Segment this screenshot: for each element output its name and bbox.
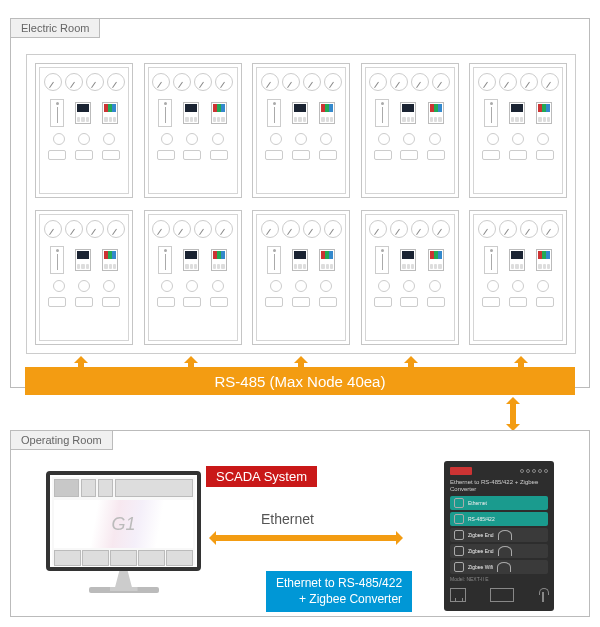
port-icon (454, 562, 464, 572)
converter-label: Ethernet to RS-485/422 + Zigbee Converte… (266, 571, 412, 612)
electrical-panel (35, 63, 133, 198)
electrical-panel (252, 63, 350, 198)
foot-icon (75, 150, 93, 160)
converter-device-title: Ethernet to RS-485/422 + Zigbee Converte… (450, 479, 548, 492)
panel-grid (26, 54, 576, 354)
electrical-panel (361, 210, 459, 345)
scada-screen-logo: G1 (111, 514, 135, 535)
wireless-icon (498, 546, 512, 556)
gauge-icon (86, 73, 104, 91)
electrical-panel (252, 210, 350, 345)
port-icon (454, 514, 464, 524)
foot-icon (48, 150, 66, 160)
meter-module (75, 102, 91, 124)
wireless-icon (498, 530, 512, 540)
wireless-icon (497, 562, 511, 572)
converter-row-wifi: Zigbee Wifi (450, 560, 548, 574)
scada-system-label: SCADA System (206, 466, 317, 487)
electric-room-label: Electric Room (10, 18, 100, 38)
knob-icon (78, 133, 90, 145)
converter-row-ethernet: Ethernet (450, 496, 548, 510)
converter-row-zigbee: Zigbee End (450, 528, 548, 542)
antenna-icon (538, 588, 548, 602)
electrical-panel (361, 63, 459, 198)
converter-row-rs485: RS-485/422 (450, 512, 548, 526)
electrical-panel (144, 210, 242, 345)
operating-room: Operating Room G1 SCADA System Ethernet … (10, 430, 590, 617)
meter-module (102, 102, 118, 124)
converter-logo-icon (450, 467, 472, 475)
converter-leds (520, 469, 548, 473)
port-icon (454, 546, 464, 556)
operating-room-label: Operating Room (10, 430, 113, 450)
electrical-panel (469, 210, 567, 345)
knob-icon (53, 133, 65, 145)
scada-monitor: G1 (46, 471, 201, 606)
gauge-icon (107, 73, 125, 91)
converter-model: Model: NEXT-II E (450, 576, 548, 582)
arrow-bus-to-converter-icon (506, 398, 520, 430)
gauge-icon (65, 73, 83, 91)
electrical-panel (35, 210, 133, 345)
arrow-ethernet-icon (206, 531, 406, 545)
electrical-panel (144, 63, 242, 198)
port-icon (454, 530, 464, 540)
gauge-icon (44, 73, 62, 91)
scada-screen: G1 (52, 477, 195, 565)
converter-device: Ethernet to RS-485/422 + Zigbee Converte… (444, 461, 554, 611)
port-icon (454, 498, 464, 508)
electric-room: Electric Room (10, 18, 590, 388)
ethernet-jack-icon (450, 588, 466, 602)
converter-row-zigbee: Zigbee End (450, 544, 548, 558)
rs485-bus-bar: RS-485 (Max Node 40ea) (25, 367, 575, 395)
knob-icon (103, 133, 115, 145)
foot-icon (102, 150, 120, 160)
terminal-block-icon (490, 588, 514, 602)
lever-icon (50, 99, 64, 127)
electrical-panel (469, 63, 567, 198)
ethernet-label: Ethernet (261, 511, 314, 527)
